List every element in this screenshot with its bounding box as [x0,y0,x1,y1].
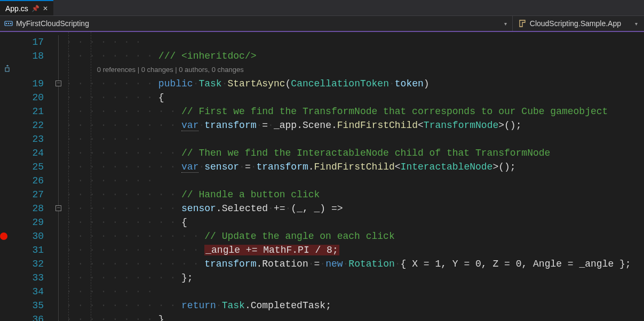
code-line[interactable]: · · · · · · · · · · var·transform·=·_app… [66,118,644,132]
close-icon[interactable]: ✕ [43,5,48,12]
chevron-down-icon: ▾ [504,21,507,27]
code-line[interactable]: · · · · · · · [66,35,644,49]
code-line[interactable]: · · · · · · · · · · { [66,215,644,229]
code-line[interactable]: · · · · · · · · [66,285,644,299]
file-tab[interactable]: App.cs 📌 ✕ [0,0,53,15]
class-icon [518,19,527,28]
svg-point-3 [10,23,11,24]
code-line[interactable]: · · · · · · · · /// <inheritdoc/> [66,49,644,63]
breakpoint-dot[interactable] [0,232,7,240]
fold-toggle[interactable]: − [55,81,61,86]
doc-comment: /// <inheritdoc/> [158,51,257,61]
code-line[interactable]: · · · · · · · · · · }; [66,271,644,285]
code-line[interactable]: · · · · · · · · · · // Handle a button c… [66,188,644,202]
tab-bar: App.cs 📌 ✕ [0,0,644,16]
member-dropdown[interactable]: CloudScripting.Sample.App ▾ [512,16,644,31]
code-line[interactable]: · · · · · · · · · · return·Task.Complete… [66,299,644,312]
code-line[interactable]: · · · · · · · · } [66,312,644,321]
svg-point-2 [8,23,9,24]
code-line[interactable]: · · · · · · · · public·Task·StartAsync(C… [66,77,644,91]
line-number [21,63,44,77]
tab-title: App.cs [5,4,28,13]
line-number: 25 [21,160,44,174]
line-number-gutter: 17 18 19 20 21 22 23 24 25 26 27 28 29 3… [21,32,53,321]
line-number: 19 [21,77,44,91]
line-number: 18 [21,49,44,63]
code-line[interactable]: · · · · · · · · [66,174,644,188]
line-number: 26 [21,174,44,188]
pin-icon[interactable]: 📌 [31,5,39,12]
line-number: 17 [21,35,44,49]
modified-indicator-icon [4,65,13,76]
navigation-bar: MyFirstCloudScripting ▾ CloudScripting.S… [0,16,644,32]
highlighted-statement: _angle += MathF.PI / 8; [204,245,339,255]
line-number: 29 [21,215,44,229]
namespace-icon [4,19,13,28]
code-line[interactable]: · · · · · · · · { [66,91,644,105]
member-label: CloudScripting.Sample.App [530,19,621,28]
code-line[interactable]: · · · · · · · · · · · · transform.Rotati… [66,257,644,271]
scope-dropdown[interactable]: MyFirstCloudScripting ▾ [0,19,512,28]
line-number: 34 [21,285,44,299]
code-line[interactable]: · · · · · · · · · · var·sensor·=·transfo… [66,160,644,174]
code-line[interactable]: · · · · · · · · [66,132,644,146]
code-line[interactable]: · · · · · · · · · · · · _angle += MathF.… [66,243,644,257]
line-number: 32 [21,257,44,271]
code-line[interactable]: · · · · · · · · · · // First we find the… [66,105,644,118]
line-number: 22 [21,118,44,132]
code-editor[interactable]: 17 18 19 20 21 22 23 24 25 26 27 28 29 3… [0,32,644,321]
code-line[interactable]: · · · · · · · · · · // Then we find the … [66,146,644,160]
line-number: 30 [21,229,44,243]
line-number: 31 [21,243,44,257]
code-line[interactable]: · · · · · · · · · · sensor.Selected·+=·(… [66,202,644,215]
line-number: 24 [21,146,44,160]
line-number: 33 [21,271,44,285]
outline-margin[interactable]: − − [53,32,66,321]
line-number: 23 [21,132,44,146]
chevron-down-icon: ▾ [635,21,638,27]
line-number: 27 [21,188,44,202]
breakpoint-margin[interactable] [0,32,21,321]
fold-toggle[interactable]: − [55,205,61,211]
svg-rect-4 [5,68,9,71]
codelens-line[interactable]: · · · · · · · · 0 references | 0 changes… [66,63,644,77]
codelens-text[interactable]: 0 references | 0 changes | 0 authors, 0 … [97,66,244,74]
code-line[interactable]: · · · · · · · · · · · · // Update the an… [66,229,644,243]
line-number: 20 [21,91,44,105]
code-content[interactable]: · · · · · · · · · · · · · · · /// <inher… [66,32,644,321]
line-number: 28 [21,202,44,215]
line-number: 35 [21,299,44,312]
line-number: 21 [21,105,44,118]
line-number: 36 [21,312,44,321]
scope-label: MyFirstCloudScripting [16,19,89,28]
svg-point-1 [6,23,7,24]
